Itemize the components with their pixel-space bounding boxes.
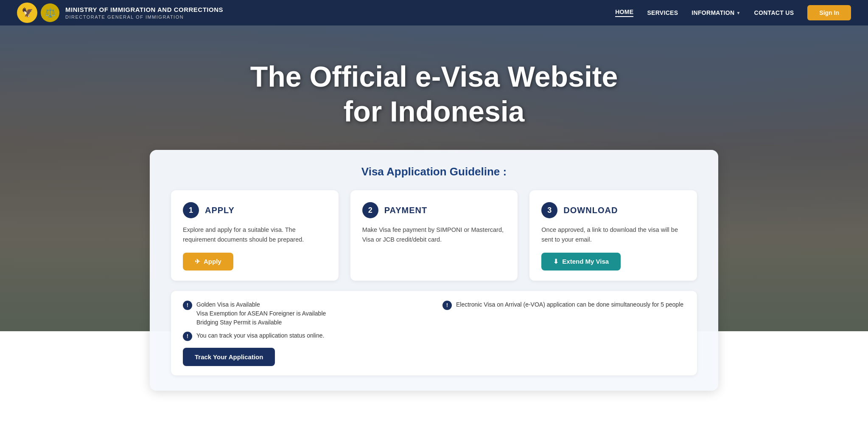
download-icon: ⬇ — [553, 258, 559, 265]
step-download: 3 DOWNLOAD Once approved, a link to down… — [529, 190, 697, 280]
signin-button[interactable]: Sign In — [807, 5, 851, 20]
steps-row: 1 APPLY Explore and apply for a suitable… — [171, 190, 697, 280]
header: 🦅 ⚖️ MINISTRY OF IMMIGRATION AND CORRECT… — [0, 0, 868, 25]
step-3-desc: Once approved, a link to download the vi… — [541, 225, 685, 245]
step-apply: 1 APPLY Explore and apply for a suitable… — [171, 190, 339, 280]
info-group-1: ! Golden Visa is Available Visa Exemptio… — [183, 300, 426, 327]
step-download-header: 3 DOWNLOAD — [541, 202, 685, 218]
step-3-label: DOWNLOAD — [563, 206, 618, 215]
info-left-col: ! Golden Visa is Available Visa Exemptio… — [183, 300, 426, 366]
info-icon-3: ! — [442, 301, 452, 310]
info-right-col: ! Electronic Visa on Arrival (e-VOA) app… — [442, 300, 685, 366]
info-track-online: ! You can track your visa application st… — [183, 331, 426, 341]
info-text-track: You can track your visa application stat… — [196, 331, 324, 340]
nav-home[interactable]: HOME — [615, 8, 633, 17]
nav-services[interactable]: SERVICES — [647, 9, 678, 16]
info-text-evoa: Electronic Visa on Arrival (e-VOA) appli… — [456, 300, 683, 309]
apply-button[interactable]: ✈ Apply — [183, 253, 233, 270]
step-2-desc: Make Visa fee payment by SIMPONI or Mast… — [362, 225, 506, 245]
header-left: 🦅 ⚖️ MINISTRY OF IMMIGRATION AND CORRECT… — [17, 3, 223, 23]
nav-contact[interactable]: CONTACT US — [754, 9, 794, 16]
hero-title: The Official e-Visa Website for Indonesi… — [250, 59, 618, 129]
info-icon-2: ! — [183, 332, 192, 341]
step-payment: 2 PAYMENT Make Visa fee payment by SIMPO… — [350, 190, 518, 280]
header-title: MINISTRY OF IMMIGRATION AND CORRECTIONS … — [65, 6, 223, 20]
step-payment-header: 2 PAYMENT — [362, 202, 506, 218]
chevron-down-icon: ▼ — [736, 11, 740, 15]
step-3-number: 3 — [541, 202, 557, 218]
info-icon-1: ! — [183, 301, 192, 310]
main-nav: HOME SERVICES INFORMATION ▼ CONTACT US S… — [615, 5, 851, 20]
hero-section: The Official e-Visa Website for Indonesi… — [0, 25, 868, 331]
guideline-title: Visa Application Guideline : — [171, 165, 697, 178]
nav-information[interactable]: INFORMATION ▼ — [692, 9, 740, 16]
step-2-label: PAYMENT — [384, 206, 427, 215]
info-text-asean: Visa Exemption for ASEAN Foreigner is Av… — [196, 309, 326, 318]
org-sub: DIRECTORATE GENERAL OF IMMIGRATION — [65, 14, 223, 20]
info-evoa: ! Electronic Visa on Arrival (e-VOA) app… — [442, 300, 685, 310]
step-1-label: APPLY — [205, 206, 235, 215]
send-icon: ✈ — [195, 258, 200, 265]
step-2-number: 2 — [362, 202, 378, 218]
step-apply-header: 1 APPLY — [183, 202, 327, 218]
step-1-desc: Explore and apply for a suitable visa. T… — [183, 225, 327, 245]
track-application-button[interactable]: Track Your Application — [183, 348, 275, 366]
logo-secondary-icon: ⚖️ — [41, 3, 59, 22]
logo-garuda-icon: 🦅 — [17, 3, 37, 23]
logo-emblem: 🦅 ⚖️ — [17, 3, 59, 23]
info-row: ! Golden Visa is Available Visa Exemptio… — [171, 291, 697, 375]
extend-visa-button[interactable]: ⬇ Extend My Visa — [541, 253, 621, 270]
step-1-number: 1 — [183, 202, 199, 218]
hero-heading: The Official e-Visa Website for Indonesi… — [250, 59, 618, 129]
guideline-card: Visa Application Guideline : 1 APPLY Exp… — [150, 150, 718, 390]
info-text-golden: Golden Visa is Available — [196, 300, 326, 309]
info-text-bridging: Bridging Stay Permit is Available — [196, 318, 326, 327]
org-name: MINISTRY OF IMMIGRATION AND CORRECTIONS — [65, 6, 223, 14]
info-golden-visa: ! Golden Visa is Available Visa Exemptio… — [183, 300, 426, 327]
